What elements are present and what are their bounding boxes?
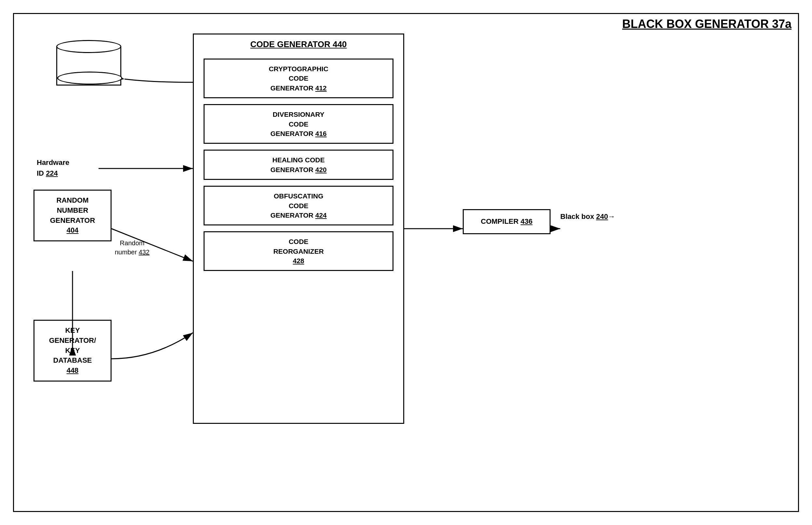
black-box-output-label: Black box 240→ xyxy=(560,212,615,221)
outer-container: BLACK BOX GENERATOR 37a CODE DATABASE 40… xyxy=(13,13,799,512)
cylinder-top xyxy=(56,40,121,53)
compiler-box: COMPILER 436 xyxy=(463,209,551,234)
code-generator-box: CODE GENERATOR 440 CRYPTOGRAPHIC CODE GE… xyxy=(193,33,404,424)
sub-box-healing: HEALING CODE GENERATOR 420 xyxy=(203,150,394,180)
hardware-id-label: Hardware ID 224 xyxy=(37,157,69,179)
key-gen-label: KEY GENERATOR/ KEY DATABASE 448 xyxy=(38,326,107,376)
arrows-diagram xyxy=(14,14,798,511)
compiler-label: COMPILER 436 xyxy=(469,216,545,227)
cylinder-bottom xyxy=(57,72,122,85)
code-database: CODE DATABASE 408 xyxy=(56,40,121,92)
sub-box-reorganizer: CODE REORGANIZER 428 xyxy=(203,231,394,271)
sub-box-cryptographic: CRYPTOGRAPHIC CODE GENERATOR 412 xyxy=(203,59,394,98)
sub-box-obfuscating: OBFUSCATING CODE GENERATOR 424 xyxy=(203,186,394,225)
page-title: BLACK BOX GENERATOR 37a xyxy=(622,17,792,31)
code-generator-title: CODE GENERATOR 440 xyxy=(194,34,403,53)
key-gen-box: KEY GENERATOR/ KEY DATABASE 448 xyxy=(33,320,111,381)
sub-box-diversionary: DIVERSIONARY CODE GENERATOR 416 xyxy=(203,104,394,144)
random-number-label: Random number 432 xyxy=(115,238,150,257)
rng-box: RANDOM NUMBER GENERATOR 404 xyxy=(33,190,111,241)
rng-label: RANDOM NUMBER GENERATOR 404 xyxy=(38,195,107,236)
